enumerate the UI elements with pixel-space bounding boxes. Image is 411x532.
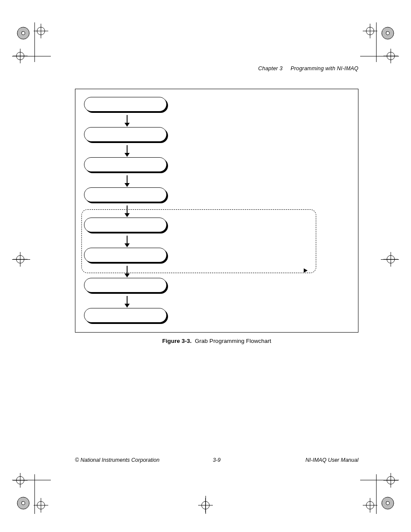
figure-frame xyxy=(75,89,358,333)
figure-title: Grab Programming Flowchart xyxy=(195,338,271,344)
arrow-down-icon xyxy=(127,115,128,126)
arrow-down-icon xyxy=(127,205,128,217)
arrow-down-icon xyxy=(127,175,128,187)
registration-mark-icon xyxy=(380,496,395,510)
crop-mark-icon xyxy=(34,498,48,513)
flow-step xyxy=(84,278,167,292)
svg-point-34 xyxy=(386,501,389,505)
footer-copyright: © National Instruments Corporation xyxy=(75,457,159,463)
svg-point-1 xyxy=(22,31,25,35)
flow-step xyxy=(84,218,167,232)
chapter-label: Chapter 3 xyxy=(258,65,283,72)
flow-step xyxy=(84,248,167,262)
arrow-down-icon xyxy=(127,266,128,277)
footer-manual-title: NI-IMAQ User Manual xyxy=(305,457,358,463)
crop-mark-icon xyxy=(383,473,398,488)
arrow-down-icon xyxy=(127,296,128,307)
page-footer: © National Instruments Corporation 3-9 N… xyxy=(75,457,358,463)
footer-page-number: 3-9 xyxy=(213,457,221,463)
crop-mark-icon xyxy=(363,24,377,38)
chapter-title: Programming with NI-IMAQ xyxy=(290,65,358,72)
flow-step xyxy=(84,97,167,112)
registration-mark-icon xyxy=(380,26,395,40)
svg-point-9 xyxy=(386,31,389,35)
figure-caption: Figure 3-3. Grab Programming Flowchart xyxy=(75,338,358,344)
loop-arrowhead-icon xyxy=(304,268,308,273)
flow-step xyxy=(84,157,167,172)
flow-step xyxy=(84,127,167,142)
crop-mark-icon xyxy=(363,498,377,513)
figure-number: Figure 3-3. xyxy=(162,338,192,344)
crop-mark-icon xyxy=(34,24,48,38)
flow-step xyxy=(84,308,167,323)
arrow-down-icon xyxy=(127,236,128,247)
registration-mark-icon xyxy=(16,496,31,510)
svg-point-23 xyxy=(22,501,25,505)
crop-mark-icon xyxy=(13,473,28,488)
arrow-down-icon xyxy=(127,145,128,156)
registration-mark-icon xyxy=(16,26,31,40)
flowchart-column xyxy=(84,97,170,325)
running-header: Chapter 3 Programming with NI-IMAQ xyxy=(258,65,358,72)
flow-step xyxy=(84,187,167,202)
